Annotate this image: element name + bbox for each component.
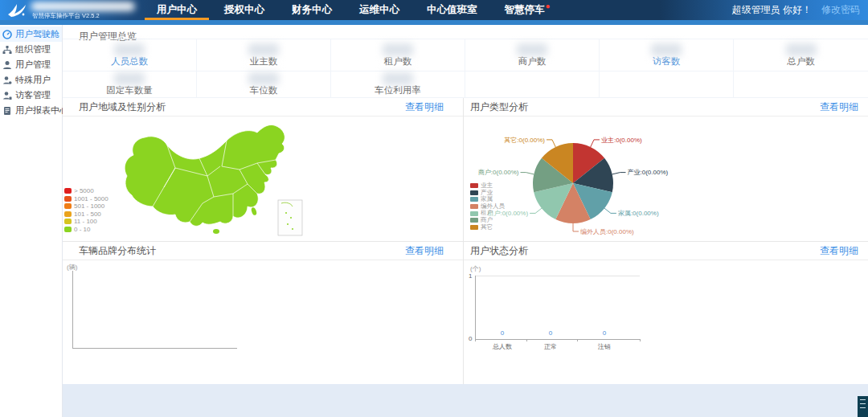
stat-card-tenants[interactable]: 租户数 xyxy=(331,39,465,71)
panel-header: 用户类型分析 查看明细 xyxy=(464,98,868,117)
main-content: 用户管理总览 人员总数 业主数 租户数 商户数 xyxy=(63,25,868,384)
legend-swatch xyxy=(64,196,72,202)
nav-tab-user-center[interactable]: 用户中心 xyxy=(143,0,211,20)
sidebar-item-user-dashboard[interactable]: 用户驾驶舱 xyxy=(0,27,62,42)
main-nav: 用户中心 授权中心 财务中心 运维中心 中心值班室 智慧停车● xyxy=(143,0,564,20)
panel-title: 用户状态分析 xyxy=(470,244,528,258)
china-map-chart: > 5000 1001 - 5000 501 - 1000 101 - 500 … xyxy=(63,117,463,241)
legend-swatch xyxy=(470,183,478,188)
app-window: 智慧停车操作平台 V2.5.2 用户中心 授权中心 财务中心 运维中心 中心值班… xyxy=(0,0,868,417)
stat-cell-empty xyxy=(734,71,868,98)
user-status-chart: (个) 1 0 0 0 0 总人数 正常 注销 xyxy=(464,260,868,385)
stat-card-parking-spaces[interactable]: 车位数 xyxy=(197,71,331,98)
panel-title: 用户地域及性别分析 xyxy=(79,100,166,114)
y-tick-0: 0 xyxy=(469,335,472,342)
top-navbar: 智慧停车操作平台 V2.5.2 用户中心 授权中心 财务中心 运维中心 中心值班… xyxy=(0,0,868,20)
view-detail-link-status[interactable]: 查看明细 xyxy=(820,244,858,258)
sidebar-item-user-management[interactable]: 用户管理 xyxy=(0,57,62,72)
legend-swatch xyxy=(470,197,478,202)
pie-label-line xyxy=(547,140,555,147)
pie-label-line xyxy=(591,140,600,147)
legend-swatch xyxy=(470,204,478,209)
notification-dot-icon: ● xyxy=(546,2,551,10)
pie-legend: 业主 产业 家属 编外人员 租户 商户 其它 xyxy=(470,182,505,231)
panel-header: 用户状态分析 查看明细 xyxy=(464,242,868,260)
pie-label-line xyxy=(612,173,626,174)
nav-tab-ops-center[interactable]: 运维中心 xyxy=(346,0,413,20)
gridline-top xyxy=(475,276,640,276)
nav-tab-finance-center[interactable]: 财务中心 xyxy=(278,0,346,20)
legend-item: > 5000 xyxy=(64,187,108,195)
logo-swoosh-icon xyxy=(6,2,27,19)
nav-tab-auth-center[interactable]: 授权中心 xyxy=(211,0,278,20)
view-detail-link-region[interactable]: 查看明细 xyxy=(405,100,444,114)
stats-row-1: 人员总数 业主数 租户数 商户数 访客数 xyxy=(63,39,868,71)
sidebar-item-user-report-center[interactable]: 用户报表中心 xyxy=(0,103,62,118)
dashboard-icon xyxy=(2,30,12,39)
category-label: 正常 xyxy=(544,342,557,351)
logo-subtext: 智慧停车操作平台 V2.5.2 xyxy=(32,12,100,20)
legend-item: 0 - 10 xyxy=(64,226,108,234)
legend-swatch xyxy=(470,211,478,216)
floating-side-widget[interactable] xyxy=(858,396,868,417)
stat-card-merchants[interactable]: 商户数 xyxy=(465,39,600,71)
panel-header: 车辆品牌分布统计 查看明细 xyxy=(63,242,463,260)
pie-label: 编外人员:0(0.00%) xyxy=(580,228,634,235)
legend-swatch xyxy=(64,203,72,209)
stat-card-owners[interactable]: 业主数 xyxy=(197,39,331,71)
redacted-value xyxy=(114,72,145,85)
user-type-pie-svg: 业主:0(0.00%)产业:0(0.00%)家属:0(0.00%)编外人员:0(… xyxy=(464,117,868,241)
nav-tab-duty-room[interactable]: 中心值班室 xyxy=(413,0,491,20)
sidebar-item-org-management[interactable]: 组织管理 xyxy=(0,42,62,57)
sidebar-item-special-users[interactable]: 特殊用户 xyxy=(0,72,62,88)
stat-card-visitors[interactable]: 访客数 xyxy=(600,39,734,71)
stat-cell-empty xyxy=(600,71,734,98)
x-axis xyxy=(72,348,237,349)
pie-label-line xyxy=(521,173,534,174)
redacted-value xyxy=(248,43,279,56)
panel-user-type: 用户类型分析 查看明细 业主:0(0.00%)产业:0(0.00%)家属:0(0… xyxy=(464,98,868,241)
user-icon xyxy=(2,60,12,70)
pie-label: 业主:0(0.00%) xyxy=(601,137,642,144)
special-user-icon xyxy=(2,76,12,85)
legend-swatch xyxy=(470,225,478,230)
stat-cell-empty xyxy=(465,71,600,98)
stats-row-2: 固定车数量 车位数 车位利用率 xyxy=(63,71,868,98)
hainan-shape xyxy=(213,229,219,234)
view-detail-link-type[interactable]: 查看明细 xyxy=(820,100,858,114)
redacted-value xyxy=(248,72,279,85)
footer-band xyxy=(63,384,868,417)
pie-label: 其它:0(0.00%) xyxy=(504,137,545,144)
legend-swatch xyxy=(470,218,478,223)
y-axis xyxy=(475,276,476,339)
pie-label: 家属:0(0.00%) xyxy=(618,210,659,217)
x-axis-tick xyxy=(475,339,476,341)
value-label: 0 xyxy=(603,329,606,337)
panel-title: 车辆品牌分布统计 xyxy=(79,244,156,258)
redacted-value xyxy=(114,43,145,56)
category-label: 总人数 xyxy=(493,342,512,351)
x-axis-tick xyxy=(526,339,527,341)
pie-label-line xyxy=(573,223,579,231)
pie-label-line xyxy=(530,208,542,213)
panel-user-status: 用户状态分析 查看明细 (个) 1 0 0 0 0 xyxy=(464,242,868,385)
charts-row-bottom: 车辆品牌分布统计 查看明细 (辆) 用户状态分析 查看明细 (个) 1 xyxy=(63,241,868,385)
change-password-link[interactable]: 修改密码 xyxy=(821,3,860,17)
sidebar-item-visitor-management[interactable]: 访客管理 xyxy=(0,88,62,103)
user-type-pie-chart: 业主:0(0.00%)产业:0(0.00%)家属:0(0.00%)编外人员:0(… xyxy=(464,117,868,241)
panel-vehicle-brand: 车辆品牌分布统计 查看明细 (辆) xyxy=(63,242,464,385)
legend-swatch xyxy=(64,227,72,232)
user-greeting: 超级管理员 你好！ xyxy=(732,3,812,17)
stat-card-parking-utilization[interactable]: 车位利用率 xyxy=(331,71,465,98)
stat-card-fixed-vehicles[interactable]: 固定车数量 xyxy=(63,71,197,98)
logo: 智慧停车操作平台 V2.5.2 xyxy=(5,1,145,20)
view-detail-link-brand[interactable]: 查看明细 xyxy=(405,244,444,258)
stat-card-total-people[interactable]: 人员总数 xyxy=(63,39,197,71)
panel-header: 用户地域及性别分析 查看明细 xyxy=(63,98,463,117)
redacted-value xyxy=(651,43,682,56)
panel-region-gender: 用户地域及性别分析 查看明细 xyxy=(63,98,464,241)
legend-swatch xyxy=(470,190,478,195)
org-icon xyxy=(2,45,12,55)
nav-tab-smart-parking[interactable]: 智慧停车● xyxy=(491,0,564,20)
stat-card-total-households[interactable]: 总户数 xyxy=(734,39,868,71)
